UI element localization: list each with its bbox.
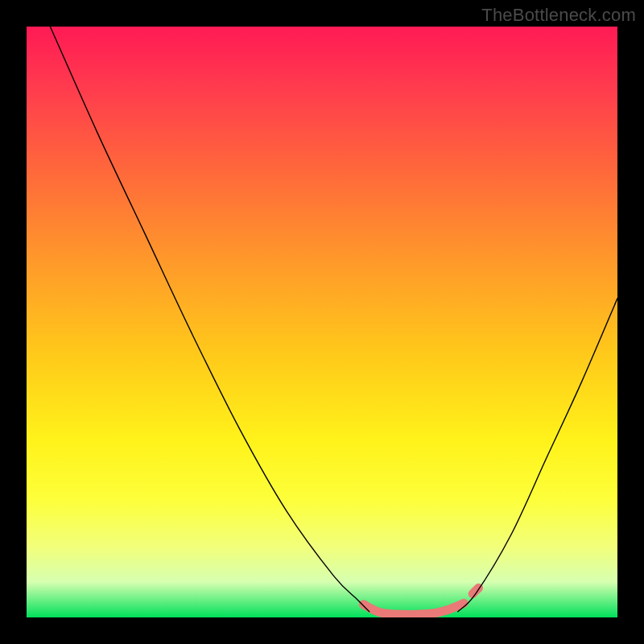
chart-frame: TheBottleneck.com: [0, 0, 644, 644]
chart-svg: [27, 27, 617, 617]
watermark-text: TheBottleneck.com: [481, 5, 636, 26]
plot-area: [27, 27, 617, 617]
left-curve-line: [50, 27, 369, 612]
right-curve-line: [458, 299, 617, 612]
valley-floor-highlight: [363, 603, 464, 614]
